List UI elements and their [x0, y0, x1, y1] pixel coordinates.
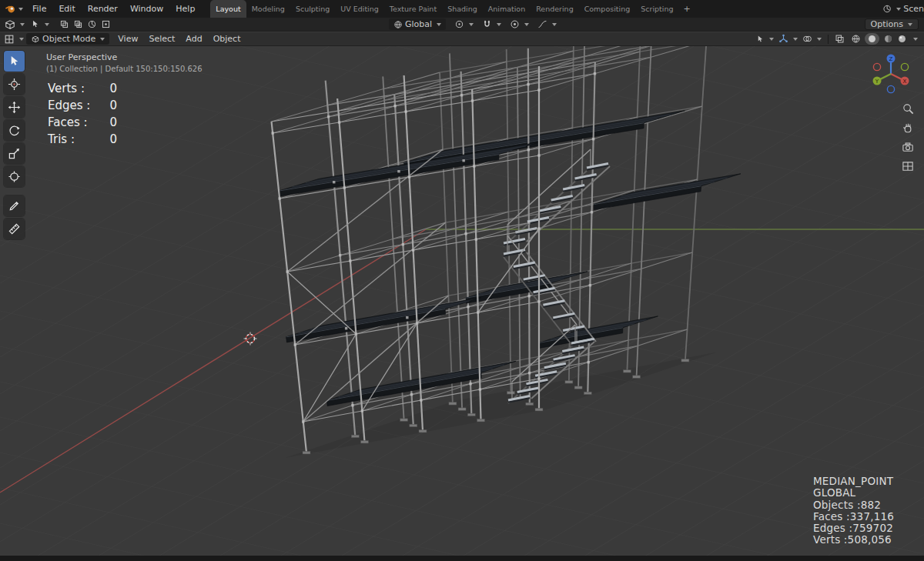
select-arrow-icon [8, 55, 21, 68]
tab-scripting[interactable]: Scripting [635, 0, 678, 18]
collection-label: (1) Collection | Default 150:150:150.626 [46, 65, 203, 73]
measure-tool[interactable] [4, 219, 25, 239]
transform-tool[interactable] [4, 166, 25, 187]
tab-texture-paint[interactable]: Texture Paint [384, 0, 442, 18]
menu-object[interactable]: Object [208, 32, 246, 46]
tab-layout[interactable]: Layout [210, 0, 246, 18]
viewport-editor-icon [5, 19, 15, 30]
globe-icon [393, 20, 403, 29]
selectability-button[interactable] [755, 35, 774, 44]
stat-value: 0 [97, 99, 117, 112]
menu-render[interactable]: Render [82, 0, 124, 18]
xray-icon [835, 34, 845, 44]
mesh-stats: Verts : 0 Edges : 0 Faces : 0 Tris : 0 [48, 82, 117, 146]
menu-edit[interactable]: Edit [52, 0, 81, 18]
proportional-edit-button[interactable] [510, 19, 529, 29]
square-dot-icon[interactable] [101, 19, 111, 29]
shading-solid-button[interactable] [865, 33, 879, 45]
stat-value: 0 [97, 132, 117, 146]
pivot-point-button[interactable] [454, 19, 474, 29]
rendered-sphere-icon [897, 34, 907, 44]
overlays-icon [802, 34, 812, 44]
tab-rendering[interactable]: Rendering [531, 0, 579, 18]
chevron-down-icon [896, 8, 901, 11]
tab-uv-editing[interactable]: UV Editing [335, 0, 384, 18]
pivot-icon [454, 19, 464, 29]
scene-stats: MEDIAN_POINT GLOBAL Objects :882 Faces :… [813, 476, 894, 546]
chevron-down-icon [469, 23, 474, 26]
show-gizmo-button[interactable] [778, 34, 798, 44]
viewport-3d[interactable]: User Perspective (1) Collection | Defaul… [0, 46, 924, 556]
scene-name-label: Scen [903, 4, 924, 14]
objects-count: Objects :882 [813, 499, 894, 511]
stat-label: Faces : [48, 115, 97, 129]
editor-type-select[interactable] [0, 34, 24, 45]
wireframe-sphere-icon [851, 34, 861, 44]
menu-view[interactable]: View [112, 32, 143, 46]
pan-button[interactable] [901, 121, 915, 135]
tool-settings-icons [59, 19, 111, 29]
add-workspace-button[interactable]: + [678, 0, 695, 18]
menu-select[interactable]: Select [143, 32, 180, 46]
squares-plus-icon[interactable] [73, 19, 83, 29]
annotate-tool[interactable] [4, 195, 25, 216]
editor-type-button[interactable] [5, 19, 25, 30]
active-tool-button[interactable] [30, 19, 49, 29]
orientation-mode-label: GLOBAL [813, 487, 894, 499]
rotate-tool[interactable] [4, 120, 25, 141]
menu-file[interactable]: File [26, 0, 52, 18]
menu-add[interactable]: Add [180, 32, 207, 46]
separator [828, 35, 829, 44]
solid-sphere-icon [867, 34, 877, 44]
camera-view-button[interactable] [901, 140, 915, 154]
transform-orientation-select[interactable]: Global [389, 18, 446, 30]
pencil-icon [8, 199, 21, 212]
scene-selector[interactable]: Scen [882, 4, 924, 14]
svg-text:Y: Y [875, 78, 879, 85]
tool-settings-bar: Global Opti [0, 18, 924, 32]
scale-tool[interactable] [4, 143, 25, 164]
navigation-gizmo[interactable]: Z X Y [868, 51, 914, 97]
zoom-button[interactable] [901, 102, 915, 115]
chevron-down-icon [437, 23, 441, 26]
move-tool[interactable] [4, 97, 25, 118]
shading-rendered-button[interactable] [897, 34, 907, 44]
viewport-header: Object Mode View Select Add Object [0, 32, 924, 46]
options-button[interactable]: Options [865, 18, 919, 30]
ruler-icon [8, 222, 21, 235]
menu-window[interactable]: Window [124, 0, 169, 18]
axis-gizmo-icon: Z X Y [868, 51, 914, 97]
overlapping-squares-icon[interactable] [59, 19, 69, 29]
shading-wireframe-button[interactable] [851, 34, 861, 44]
chevron-down-icon [497, 23, 501, 26]
tab-compositing[interactable]: Compositing [579, 0, 636, 18]
view-nav-buttons [901, 102, 915, 173]
mode-select[interactable]: Object Mode [26, 33, 109, 45]
orientation-label: Global [405, 19, 432, 29]
chevron-down-icon [45, 23, 49, 26]
tab-sculpting[interactable]: Sculpting [290, 0, 335, 18]
tab-shading[interactable]: Shading [442, 0, 483, 18]
circle-slice-icon[interactable] [87, 19, 97, 29]
3d-cursor-icon [8, 78, 21, 91]
tab-animation[interactable]: Animation [483, 0, 531, 18]
toggle-perspective-button[interactable] [901, 159, 915, 173]
chevron-down-icon [817, 38, 822, 41]
3d-cursor [243, 332, 257, 346]
falloff-button[interactable] [537, 19, 557, 29]
cursor-tool[interactable] [4, 74, 25, 95]
shading-material-button[interactable] [883, 34, 893, 44]
overlays-button[interactable] [802, 34, 822, 44]
shading-modes [849, 32, 919, 45]
menubar: File Edit Render Window Help [26, 0, 201, 18]
material-sphere-icon [883, 34, 893, 44]
verts-count: Verts :508,056 [813, 534, 894, 546]
options-label: Options [871, 19, 903, 29]
mode-label: Object Mode [42, 34, 95, 44]
blender-menu-button[interactable] [0, 3, 26, 15]
menu-help[interactable]: Help [169, 0, 201, 18]
select-box-tool[interactable] [4, 51, 25, 72]
snap-toggle-button[interactable] [482, 19, 501, 29]
tab-modeling[interactable]: Modeling [246, 0, 290, 18]
xray-toggle-button[interactable] [835, 34, 845, 44]
